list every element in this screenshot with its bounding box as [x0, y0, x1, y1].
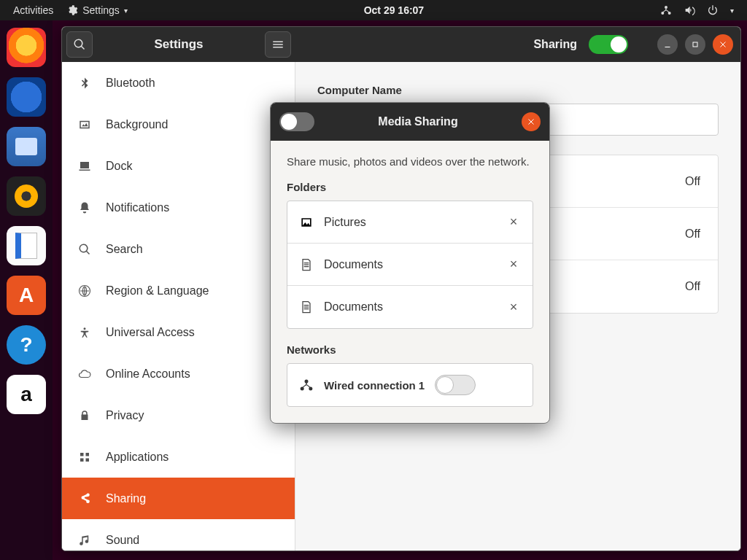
folder-row[interactable]: Documents× — [287, 244, 533, 286]
document-icon — [299, 300, 314, 314]
dialog-close-button[interactable] — [522, 112, 541, 131]
accessibility-icon — [77, 324, 93, 341]
minimize-icon — [663, 40, 672, 49]
sidebar-item-online-accounts[interactable]: Online Accounts — [62, 353, 295, 394]
window-minimize-button[interactable] — [657, 34, 678, 55]
dock-app-rhythmbox[interactable] — [7, 176, 46, 216]
power-icon[interactable] — [707, 4, 719, 16]
folder-remove-button[interactable]: × — [506, 215, 521, 230]
volume-icon[interactable] — [684, 4, 695, 16]
folder-remove-button[interactable]: × — [506, 300, 521, 314]
networks-heading: Networks — [287, 343, 533, 356]
network-icon[interactable] — [660, 4, 672, 16]
bell-icon — [77, 200, 93, 216]
search-button[interactable] — [66, 31, 93, 58]
dock-app-firefox[interactable] — [7, 28, 46, 67]
titlebar: Settings Sharing — [62, 27, 740, 62]
system-menu-caret-icon[interactable]: ▾ — [730, 7, 734, 15]
globe-icon — [77, 283, 93, 299]
share-row-status: Off — [685, 280, 700, 293]
sidebar-item-label: Online Accounts — [106, 368, 190, 381]
window-close-button[interactable] — [713, 34, 733, 55]
window-maximize-button[interactable] — [685, 34, 705, 55]
share-icon — [77, 491, 93, 507]
sidebar-item-label: Privacy — [106, 409, 144, 422]
dialog-description: Share music, photos and videos over the … — [287, 154, 533, 169]
sidebar-item-dock[interactable]: Dock — [62, 145, 295, 187]
header-section-label: Sharing — [533, 38, 577, 51]
sidebar-item-background[interactable]: Background — [62, 104, 295, 145]
sidebar-item-label: Search — [106, 243, 143, 256]
folder-list: Pictures×Documents×Documents× — [287, 201, 533, 329]
hamburger-button[interactable] — [265, 31, 291, 58]
top-panel: Activities Settings ▾ Oct 29 16:07 ▾ — [0, 0, 747, 20]
dock: A ? a — [0, 20, 53, 560]
dock-app-help[interactable]: ? — [7, 325, 46, 365]
app-menu[interactable]: Settings ▾ — [66, 4, 128, 16]
folder-name: Pictures — [324, 216, 366, 229]
activities-button[interactable]: Activities — [13, 4, 53, 16]
folder-remove-button[interactable]: × — [506, 257, 521, 272]
dock-icon — [77, 158, 93, 174]
share-row-status: Off — [685, 228, 700, 241]
sidebar-item-label: Bluetooth — [106, 77, 155, 90]
sidebar-item-label: Background — [106, 118, 168, 131]
sidebar-item-label: Region & Language — [106, 284, 209, 298]
sidebar-item-search[interactable]: Search — [62, 228, 295, 270]
dock-app-files[interactable] — [7, 127, 46, 166]
search-icon — [73, 38, 86, 51]
maximize-icon — [691, 40, 700, 49]
dock-show-apps[interactable] — [7, 424, 46, 464]
sidebar-item-privacy[interactable]: Privacy — [62, 394, 295, 436]
search-icon — [77, 241, 93, 257]
dock-app-thunderbird[interactable] — [7, 77, 46, 117]
sidebar-item-label: Universal Access — [106, 326, 195, 339]
dock-app-writer[interactable] — [7, 226, 46, 265]
bluetooth-icon — [77, 75, 93, 91]
network-row: Wired connection 1 — [287, 364, 533, 406]
cloud-icon — [77, 366, 93, 382]
music-icon — [77, 532, 93, 548]
dock-app-software[interactable]: A — [7, 276, 46, 315]
computer-name-label: Computer Name — [317, 84, 719, 96]
close-icon — [719, 40, 727, 49]
sharing-master-toggle[interactable] — [589, 35, 628, 54]
folders-heading: Folders — [287, 181, 533, 193]
sidebar-item-label: Applications — [106, 451, 169, 464]
sidebar-item-label: Notifications — [106, 201, 169, 214]
dialog-title: Media Sharing — [322, 115, 514, 128]
sidebar-item-applications[interactable]: Applications — [62, 436, 295, 478]
folder-row[interactable]: Documents× — [287, 286, 533, 328]
folder-row[interactable]: Pictures× — [287, 201, 533, 244]
app-menu-label: Settings — [82, 4, 120, 16]
close-icon — [527, 117, 535, 126]
media-sharing-dialog: Media Sharing Share music, photos and vi… — [270, 102, 550, 424]
sidebar-item-bluetooth[interactable]: Bluetooth — [62, 62, 295, 104]
folder-name: Documents — [324, 258, 383, 271]
gear-icon — [66, 4, 78, 16]
share-row-status: Off — [685, 175, 700, 188]
sidebar-item-sharing[interactable]: Sharing — [62, 478, 295, 519]
image-icon — [299, 215, 314, 230]
lock-icon — [77, 408, 93, 424]
folder-name: Documents — [324, 300, 383, 314]
background-icon — [77, 117, 93, 133]
network-list: Wired connection 1 — [287, 363, 533, 407]
menu-icon — [271, 38, 285, 51]
dock-app-amazon[interactable]: a — [7, 375, 46, 414]
sidebar-item-label: Dock — [106, 160, 132, 173]
network-name: Wired connection 1 — [324, 379, 425, 392]
sidebar-item-label: Sharing — [106, 492, 146, 505]
panel-clock[interactable]: Oct 29 16:07 — [128, 4, 660, 16]
sidebar-item-sound[interactable]: Sound — [62, 519, 295, 551]
sidebar-item-region-language[interactable]: Region & Language — [62, 270, 295, 311]
sidebar-item-universal-access[interactable]: Universal Access — [62, 311, 295, 353]
network-toggle[interactable] — [435, 375, 476, 395]
grid-icon — [77, 449, 93, 465]
sidebar-item-label: Sound — [106, 534, 139, 547]
wired-icon — [299, 378, 314, 392]
sidebar-item-notifications[interactable]: Notifications — [62, 187, 295, 228]
settings-sidebar: BluetoothBackgroundDockNotificationsSear… — [62, 62, 295, 551]
media-sharing-toggle[interactable] — [279, 112, 314, 131]
document-icon — [299, 257, 314, 272]
